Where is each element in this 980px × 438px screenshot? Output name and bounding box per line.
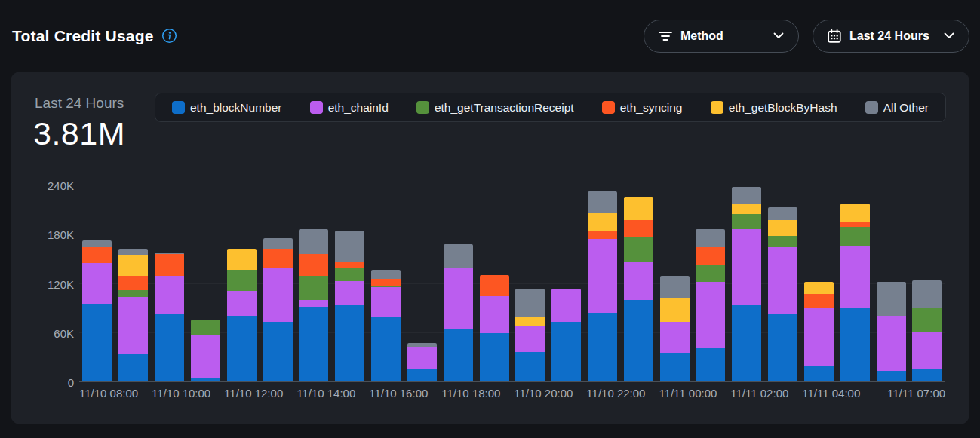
bar-segment-eth_chainId[interactable] <box>912 332 942 369</box>
bar-segment-eth_getBlockByHash[interactable] <box>588 213 617 231</box>
bar-segment-eth_chainId[interactable] <box>407 347 437 369</box>
bar-segment-eth_getBlockByHash[interactable] <box>660 298 690 322</box>
bar-11-10-12-00[interactable] <box>227 249 257 382</box>
bar-segment-eth_syncing[interactable] <box>696 247 725 265</box>
bar-segment-eth_chainId[interactable] <box>768 247 797 314</box>
bar-segment-eth_blockNumber[interactable] <box>82 304 112 382</box>
bar-segment-eth_syncing[interactable] <box>118 276 148 291</box>
bar-segment-eth_syncing[interactable] <box>335 262 364 268</box>
legend-item-All Other[interactable]: All Other <box>865 101 929 115</box>
bar-segment-eth_getTransactionReceipt[interactable] <box>732 214 761 229</box>
bar-segment-eth_blockNumber[interactable] <box>407 369 437 382</box>
bar-segment-All Other[interactable] <box>118 249 148 256</box>
bar-11-11-05-00[interactable] <box>840 204 870 382</box>
bar-segment-eth_blockNumber[interactable] <box>227 316 257 382</box>
bar-segment-eth_syncing[interactable] <box>624 220 653 237</box>
method-dropdown[interactable]: Method <box>644 20 799 53</box>
bar-segment-eth_blockNumber[interactable] <box>624 300 653 382</box>
legend-item-eth_getBlockByHash[interactable]: eth_getBlockByHash <box>711 101 837 115</box>
bar-segment-eth_syncing[interactable] <box>299 254 328 275</box>
bar-segment-eth_chainId[interactable] <box>227 291 257 316</box>
bar-segment-eth_getTransactionReceipt[interactable] <box>840 227 870 246</box>
bar-segment-eth_getBlockByHash[interactable] <box>804 282 834 293</box>
bar-11-10-10-00[interactable] <box>155 253 184 382</box>
bar-segment-eth_getTransactionReceipt[interactable] <box>624 237 653 263</box>
bar-segment-eth_syncing[interactable] <box>371 279 401 286</box>
bar-segment-eth_syncing[interactable] <box>480 275 509 296</box>
bar-segment-eth_syncing[interactable] <box>82 247 112 264</box>
bar-segment-All Other[interactable] <box>371 270 401 279</box>
bar-11-11-06-00[interactable] <box>877 282 906 382</box>
legend-item-eth_getTransactionReceipt[interactable]: eth_getTransactionReceipt <box>416 101 574 115</box>
bar-11-10-08-00[interactable] <box>82 240 112 382</box>
bar-segment-eth_blockNumber[interactable] <box>804 366 834 382</box>
bar-segment-eth_getTransactionReceipt[interactable] <box>335 268 364 281</box>
bar-segment-eth_blockNumber[interactable] <box>840 308 870 382</box>
bar-segment-eth_blockNumber[interactable] <box>371 317 401 382</box>
bar-segment-eth_blockNumber[interactable] <box>118 354 148 382</box>
bar-11-10-19-00[interactable] <box>480 275 509 382</box>
bar-segment-eth_blockNumber[interactable] <box>299 307 328 382</box>
bar-segment-eth_chainId[interactable] <box>840 246 870 308</box>
bar-11-10-14-00[interactable] <box>299 229 328 382</box>
bar-segment-eth_chainId[interactable] <box>155 276 184 314</box>
bar-segment-eth_chainId[interactable] <box>624 262 653 300</box>
date-range-dropdown[interactable]: Last 24 Hours <box>813 20 969 53</box>
info-icon[interactable] <box>161 28 177 44</box>
bar-segment-eth_getTransactionReceipt[interactable] <box>118 290 148 297</box>
bar-segment-eth_chainId[interactable] <box>118 297 148 354</box>
bar-11-10-21-00[interactable] <box>551 289 581 382</box>
bar-segment-eth_chainId[interactable] <box>191 335 220 378</box>
bar-11-11-04-00[interactable] <box>804 282 834 382</box>
bar-11-10-23-00[interactable] <box>624 197 653 382</box>
bar-segment-eth_blockNumber[interactable] <box>877 371 906 382</box>
bar-segment-eth_chainId[interactable] <box>480 296 509 333</box>
bar-segment-eth_syncing[interactable] <box>263 249 293 268</box>
bar-segment-eth_blockNumber[interactable] <box>263 322 293 383</box>
bar-segment-All Other[interactable] <box>82 240 112 247</box>
bar-segment-eth_syncing[interactable] <box>155 254 184 275</box>
bar-11-10-09-00[interactable] <box>118 249 148 382</box>
bar-segment-eth_chainId[interactable] <box>551 289 581 321</box>
bar-11-10-13-00[interactable] <box>263 238 293 382</box>
bar-segment-eth_chainId[interactable] <box>82 263 112 303</box>
bar-segment-eth_blockNumber[interactable] <box>551 322 581 383</box>
bar-segment-eth_blockNumber[interactable] <box>155 314 184 382</box>
bar-segment-eth_blockNumber[interactable] <box>912 369 942 383</box>
bar-segment-eth_chainId[interactable] <box>263 268 293 322</box>
bar-11-11-00-00[interactable] <box>660 276 690 382</box>
bar-segment-eth_getTransactionReceipt[interactable] <box>191 320 220 335</box>
bar-segment-eth_chainId[interactable] <box>696 282 725 348</box>
bar-11-10-16-00[interactable] <box>371 270 401 382</box>
legend-item-eth_chainId[interactable]: eth_chainId <box>310 101 389 115</box>
legend-item-eth_blockNumber[interactable]: eth_blockNumber <box>172 101 281 115</box>
bar-11-10-22-00[interactable] <box>588 191 617 382</box>
bar-segment-eth_chainId[interactable] <box>877 316 906 371</box>
bar-segment-eth_chainId[interactable] <box>444 268 473 330</box>
bar-segment-All Other[interactable] <box>588 191 617 213</box>
bar-segment-eth_blockNumber[interactable] <box>444 329 473 382</box>
bar-segment-eth_chainId[interactable] <box>588 239 617 313</box>
bar-segment-All Other[interactable] <box>768 207 797 219</box>
bar-segment-eth_getTransactionReceipt[interactable] <box>768 236 797 246</box>
bar-segment-All Other[interactable] <box>912 280 942 308</box>
bar-segment-All Other[interactable] <box>515 289 545 317</box>
bar-segment-eth_blockNumber[interactable] <box>335 305 364 382</box>
bar-11-10-15-00[interactable] <box>335 231 364 382</box>
bar-segment-All Other[interactable] <box>732 187 761 204</box>
bar-segment-All Other[interactable] <box>877 282 906 316</box>
bar-segment-eth_chainId[interactable] <box>804 308 834 366</box>
bar-segment-eth_getTransactionReceipt[interactable] <box>299 276 328 301</box>
bar-segment-eth_chainId[interactable] <box>371 287 401 317</box>
bar-segment-All Other[interactable] <box>660 276 690 298</box>
bar-segment-eth_chainId[interactable] <box>732 229 761 305</box>
bar-segment-eth_blockNumber[interactable] <box>515 352 545 382</box>
bar-segment-eth_chainId[interactable] <box>299 300 328 307</box>
bar-segment-eth_chainId[interactable] <box>335 281 364 304</box>
legend-item-eth_syncing[interactable]: eth_syncing <box>602 101 683 115</box>
bar-segment-eth_blockNumber[interactable] <box>480 333 509 382</box>
bar-segment-All Other[interactable] <box>299 229 328 255</box>
bar-11-11-07-00[interactable] <box>912 280 942 382</box>
bar-segment-eth_blockNumber[interactable] <box>732 305 761 382</box>
bar-11-10-20-00[interactable] <box>515 289 545 382</box>
